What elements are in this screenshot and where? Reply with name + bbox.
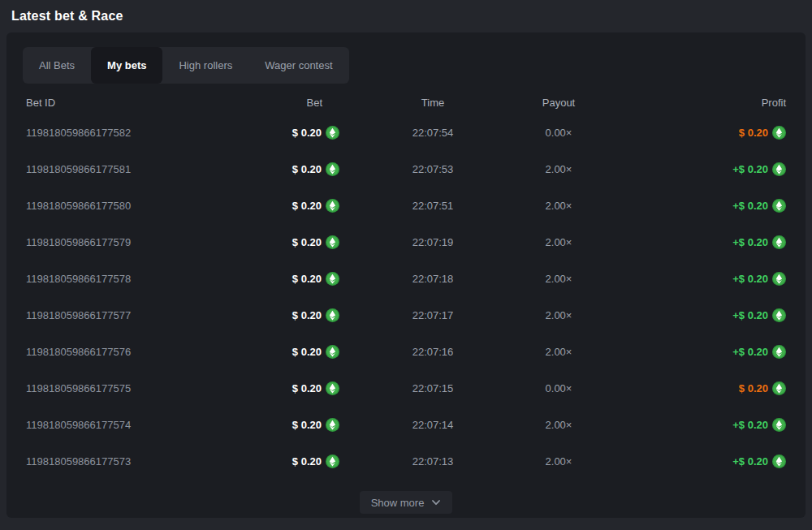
bet-amount: $ 0.20 <box>292 163 322 175</box>
table-row[interactable]: 119818059866177576 $ 0.20 22:07:16 2.00×… <box>19 334 793 370</box>
bet-amount: $ 0.20 <box>292 419 322 431</box>
profit-cell: +$ 0.20 <box>591 162 786 176</box>
time-cell: 22:07:53 <box>339 163 526 175</box>
profit-cell: +$ 0.20 <box>591 308 786 322</box>
green-coin-icon <box>772 455 786 468</box>
profit-amount: +$ 0.20 <box>732 309 768 321</box>
green-coin-icon <box>326 381 339 395</box>
bet-id-cell: 119818059866177581 <box>26 163 250 175</box>
time-cell: 22:07:17 <box>339 309 526 321</box>
time-cell: 22:07:19 <box>339 236 526 248</box>
payout-cell: 2.00× <box>526 419 591 431</box>
green-coin-icon <box>326 345 339 359</box>
payout-cell: 2.00× <box>526 163 591 175</box>
show-more-wrap: Show more <box>19 491 793 514</box>
time-cell: 22:07:15 <box>339 382 526 394</box>
show-more-label: Show more <box>371 497 425 509</box>
profit-cell: +$ 0.20 <box>591 199 786 213</box>
bet-cell: $ 0.20 <box>250 162 339 176</box>
bet-cell: $ 0.20 <box>250 455 339 468</box>
bet-amount: $ 0.20 <box>292 455 322 468</box>
show-more-button[interactable]: Show more <box>360 491 453 514</box>
green-coin-icon <box>326 235 339 249</box>
table-row[interactable]: 119818059866177582 $ 0.20 22:07:54 0.00×… <box>19 114 793 151</box>
page-title: Latest bet & Race <box>11 9 123 24</box>
bet-cell: $ 0.20 <box>250 308 339 322</box>
tab-wager-contest[interactable]: Wager contest <box>248 47 348 84</box>
bet-amount: $ 0.20 <box>292 273 322 285</box>
tab-high-rollers[interactable]: High rollers <box>162 47 248 84</box>
tab-all-bets[interactable]: All Bets <box>23 47 91 84</box>
payout-cell: 0.00× <box>526 127 591 139</box>
time-cell: 22:07:16 <box>339 346 526 358</box>
profit-cell: +$ 0.20 <box>591 455 786 468</box>
table-row[interactable]: 119818059866177578 $ 0.20 22:07:18 2.00×… <box>19 261 793 297</box>
bet-amount: $ 0.20 <box>292 127 322 139</box>
bet-id-cell: 119818059866177575 <box>26 382 250 394</box>
bet-id-cell: 119818059866177578 <box>26 273 250 285</box>
table-row[interactable]: 119818059866177577 $ 0.20 22:07:17 2.00×… <box>19 297 793 334</box>
tab-my-bets[interactable]: My bets <box>91 47 162 84</box>
profit-amount: +$ 0.20 <box>732 419 768 431</box>
green-coin-icon <box>772 199 786 213</box>
bet-amount: $ 0.20 <box>292 309 322 321</box>
table-row[interactable]: 119818059866177580 $ 0.20 22:07:51 2.00×… <box>19 187 793 224</box>
profit-cell: $ 0.20 <box>591 381 786 395</box>
bet-amount: $ 0.20 <box>292 382 322 394</box>
payout-cell: 2.00× <box>526 455 591 468</box>
tab-label: High rollers <box>179 59 232 71</box>
bet-id-cell: 119818059866177576 <box>26 346 250 358</box>
time-cell: 22:07:54 <box>339 127 526 139</box>
payout-cell: 2.00× <box>526 346 591 358</box>
green-coin-icon <box>772 235 786 249</box>
table-row[interactable]: 119818059866177581 $ 0.20 22:07:53 2.00×… <box>19 151 793 187</box>
table-body: 119818059866177582 $ 0.20 22:07:54 0.00×… <box>19 114 793 480</box>
green-coin-icon <box>772 162 786 176</box>
bet-cell: $ 0.20 <box>250 418 339 432</box>
profit-cell: +$ 0.20 <box>591 272 786 286</box>
bet-id-cell: 119818059866177573 <box>26 455 250 468</box>
profit-amount: $ 0.20 <box>739 382 768 394</box>
profit-amount: +$ 0.20 <box>732 346 768 358</box>
profit-amount: +$ 0.20 <box>732 236 768 248</box>
tab-label: Wager contest <box>265 59 332 71</box>
green-coin-icon <box>772 272 786 286</box>
bet-amount: $ 0.20 <box>292 346 322 358</box>
payout-cell: 2.00× <box>526 236 591 248</box>
bet-id-cell: 119818059866177582 <box>26 127 250 139</box>
bet-amount: $ 0.20 <box>292 200 322 212</box>
payout-cell: 2.00× <box>526 200 591 212</box>
column-header-time: Time <box>339 97 526 109</box>
table-row[interactable]: 119818059866177579 $ 0.20 22:07:19 2.00×… <box>19 224 793 261</box>
column-header-bet: Bet <box>250 97 339 109</box>
profit-amount: +$ 0.20 <box>732 273 768 285</box>
time-cell: 22:07:51 <box>339 200 526 212</box>
tabs-bar: All Bets My bets High rollers Wager cont… <box>23 47 349 84</box>
time-cell: 22:07:13 <box>339 455 526 468</box>
payout-cell: 0.00× <box>526 382 591 394</box>
table-row[interactable]: 119818059866177575 $ 0.20 22:07:15 0.00×… <box>19 370 793 407</box>
chevron-down-icon <box>431 498 441 507</box>
green-coin-icon <box>772 381 786 395</box>
green-coin-icon <box>772 418 786 432</box>
bet-id-cell: 119818059866177577 <box>26 309 250 321</box>
table-row[interactable]: 119818059866177573 $ 0.20 22:07:13 2.00×… <box>19 443 793 480</box>
profit-amount: +$ 0.20 <box>732 163 768 175</box>
column-header-bet-id: Bet ID <box>26 97 250 109</box>
bet-cell: $ 0.20 <box>250 272 339 286</box>
titlebar: Latest bet & Race <box>0 0 812 32</box>
green-coin-icon <box>326 162 339 176</box>
table-row[interactable]: 119818059866177574 $ 0.20 22:07:14 2.00×… <box>19 407 793 443</box>
green-coin-icon <box>772 308 786 322</box>
profit-cell: +$ 0.20 <box>591 345 786 359</box>
green-coin-icon <box>326 272 339 286</box>
bet-cell: $ 0.20 <box>250 199 339 213</box>
bet-id-cell: 119818059866177579 <box>26 236 250 248</box>
profit-amount: +$ 0.20 <box>732 455 768 468</box>
bet-cell: $ 0.20 <box>250 381 339 395</box>
green-coin-icon <box>772 126 786 140</box>
bet-id-cell: 119818059866177574 <box>26 419 250 431</box>
profit-cell: +$ 0.20 <box>591 418 786 432</box>
time-cell: 22:07:18 <box>339 273 526 285</box>
column-header-payout: Payout <box>526 97 591 109</box>
